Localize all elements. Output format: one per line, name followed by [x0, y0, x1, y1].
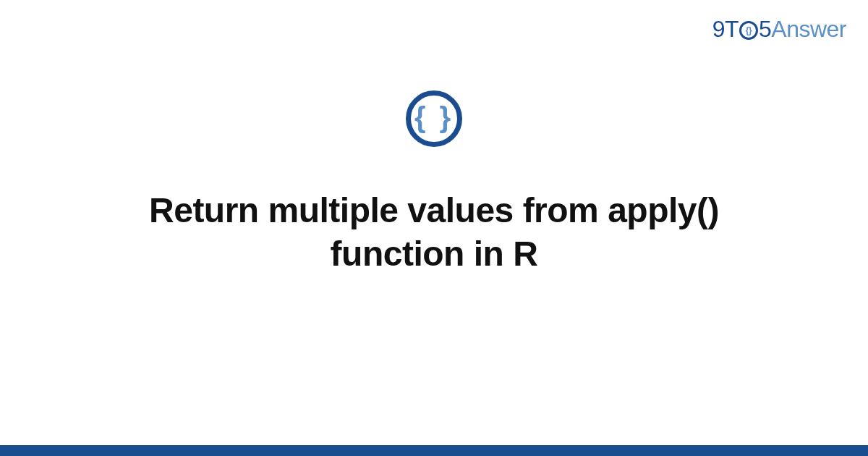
page-title: Return multiple values from apply() func… [109, 189, 760, 276]
logo-circle-inner-braces: {} [746, 26, 752, 35]
category-icon-circle: { } [406, 90, 462, 147]
braces-icon: { } [414, 103, 454, 132]
logo-text-answer: Answer [771, 16, 846, 43]
site-logo: 9T {} 5 Answer [712, 16, 846, 43]
footer-accent-bar [0, 445, 868, 456]
logo-circle-icon: {} [739, 21, 758, 40]
main-content: { } Return multiple values from apply() … [0, 90, 868, 276]
logo-text-9t: 9T [712, 16, 739, 43]
logo-text-5: 5 [759, 16, 771, 43]
